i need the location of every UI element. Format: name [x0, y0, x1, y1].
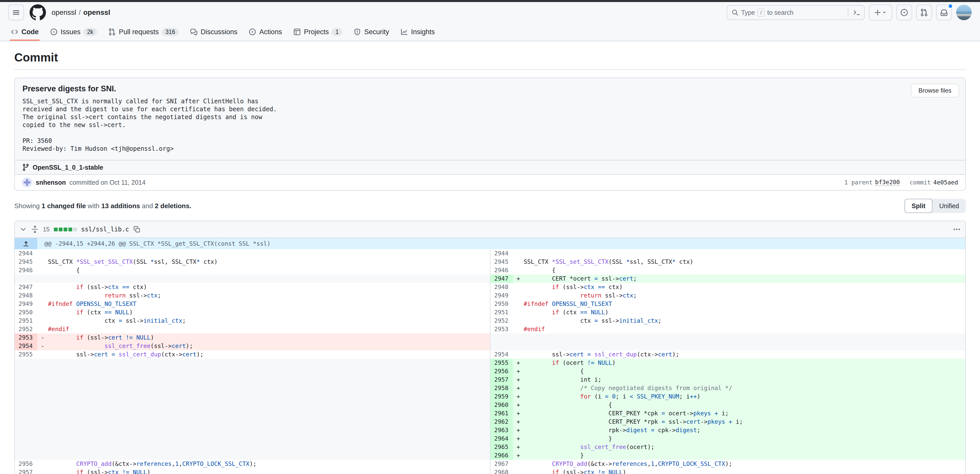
- line-number[interactable]: 2946: [490, 266, 513, 275]
- breadcrumb-owner[interactable]: openssl: [52, 8, 76, 17]
- diff-line: 2958+ /* Copy negotiated digests from or…: [490, 384, 965, 392]
- line-number[interactable]: 2945: [15, 258, 37, 266]
- file-changes-count: 15: [43, 226, 50, 233]
- line-number[interactable]: 2958: [490, 384, 513, 392]
- expand-up-icon: [22, 240, 30, 247]
- issues-dashboard-button[interactable]: [896, 5, 912, 21]
- tab-pull-requests[interactable]: Pull requests316: [103, 23, 183, 41]
- create-new-button[interactable]: [869, 5, 892, 21]
- line-number[interactable]: 2949: [490, 291, 513, 300]
- code-text: SSL_CTX *SSL_set_SSL_CTX(SSL *ssl, SSL_C…: [48, 258, 490, 266]
- line-number[interactable]: 2959: [490, 392, 513, 401]
- line-number[interactable]: 2956: [490, 367, 513, 375]
- breadcrumb-repo[interactable]: openssl: [83, 8, 110, 17]
- inbox-icon: [940, 8, 948, 17]
- copy-icon[interactable]: [133, 226, 140, 233]
- line-number[interactable]: 2946: [15, 266, 37, 275]
- line-number[interactable]: 2950: [15, 308, 37, 317]
- line-number[interactable]: 2950: [490, 300, 513, 308]
- code-text: if (ssl->ctx != NULL): [48, 468, 490, 474]
- notifications-button[interactable]: [936, 5, 952, 21]
- line-number[interactable]: 2957: [490, 375, 513, 384]
- tab-code[interactable]: Code: [6, 23, 43, 41]
- line-number[interactable]: 2944: [15, 249, 37, 258]
- commit-sha-info: 1 parent bf3e200 commit 4e05aed: [844, 179, 958, 186]
- line-number[interactable]: 2954: [490, 350, 513, 359]
- expand-up-button[interactable]: [15, 238, 37, 249]
- code-text: [48, 249, 490, 258]
- author-login[interactable]: snhenson: [36, 179, 66, 186]
- diff-line: 2950 if (ctx == NULL): [15, 308, 490, 317]
- code-text: [524, 249, 965, 258]
- diff-marker: [37, 359, 48, 367]
- line-number[interactable]: 2965: [490, 443, 513, 451]
- diff-marker: +: [513, 392, 524, 401]
- line-number[interactable]: 2967: [490, 460, 513, 468]
- diff-line: 2964+ }: [490, 434, 965, 443]
- kebab-icon[interactable]: [953, 226, 961, 233]
- line-number[interactable]: 2952: [15, 325, 37, 333]
- diff-marker: [37, 249, 48, 258]
- line-number[interactable]: 2947: [490, 275, 513, 283]
- github-logo[interactable]: [30, 4, 46, 21]
- line-number: [15, 426, 37, 434]
- diff-marker: [37, 392, 48, 401]
- line-number[interactable]: 2954: [15, 342, 37, 350]
- line-number[interactable]: 2951: [15, 317, 37, 325]
- tab-security[interactable]: Security: [349, 23, 394, 41]
- chevron-down-icon[interactable]: [19, 226, 27, 233]
- diff-line: 2959+ for (i = 0; i < SSL_PKEY_NUM; i++): [490, 392, 965, 401]
- file-path[interactable]: ssl/ssl_lib.c: [81, 226, 129, 233]
- commit-label: commit: [910, 179, 931, 186]
- line-number[interactable]: 2953: [15, 333, 37, 342]
- line-number[interactable]: 2948: [490, 283, 513, 291]
- browse-files-button[interactable]: Browse files: [911, 84, 959, 97]
- line-number[interactable]: 2955: [490, 359, 513, 367]
- line-number[interactable]: 2961: [490, 409, 513, 418]
- tab-insights[interactable]: Insights: [396, 23, 439, 41]
- tab-counter: 316: [162, 28, 179, 36]
- line-number: [15, 443, 37, 451]
- unified-view-button[interactable]: Unified: [932, 199, 966, 213]
- line-number[interactable]: 2944: [490, 249, 513, 258]
- user-avatar[interactable]: [956, 5, 972, 21]
- line-number[interactable]: 2952: [490, 317, 513, 325]
- hamburger-menu-button[interactable]: [8, 5, 24, 21]
- line-number[interactable]: 2953: [490, 325, 513, 333]
- search-input[interactable]: Type / to search: [727, 5, 865, 20]
- diff-line: 2953- if (ssl->cert != NULL): [15, 333, 490, 342]
- parent-sha[interactable]: bf3e200: [875, 179, 900, 186]
- line-number[interactable]: 2966: [490, 451, 513, 460]
- tab-actions[interactable]: Actions: [244, 23, 286, 41]
- line-number[interactable]: 2947: [15, 283, 37, 291]
- unfold-icon[interactable]: [31, 226, 39, 233]
- branch-name[interactable]: OpenSSL_1_0_1-stable: [33, 164, 103, 171]
- line-number[interactable]: 2945: [490, 258, 513, 266]
- discussions-icon: [190, 28, 197, 36]
- line-number[interactable]: 2960: [490, 401, 513, 409]
- line-number[interactable]: 2948: [15, 291, 37, 300]
- line-number[interactable]: 2964: [490, 434, 513, 443]
- line-number[interactable]: 2956: [15, 460, 37, 468]
- tab-label: Pull requests: [119, 28, 159, 36]
- line-number[interactable]: 2968: [490, 468, 513, 474]
- tab-projects[interactable]: Projects1: [289, 23, 347, 41]
- code-text: [48, 359, 490, 367]
- line-number[interactable]: 2957: [15, 468, 37, 474]
- diff-marker: +: [513, 384, 524, 392]
- split-view-button[interactable]: Split: [904, 199, 932, 213]
- tab-discussions[interactable]: Discussions: [185, 23, 242, 41]
- line-number[interactable]: 2955: [15, 350, 37, 359]
- line-number[interactable]: 2949: [15, 300, 37, 308]
- line-number[interactable]: 2951: [490, 308, 513, 317]
- diff-marker: [513, 468, 524, 474]
- command-palette-button[interactable]: [852, 9, 864, 16]
- window-top-strip: [0, 0, 980, 2]
- diff-line: 2945SSL_CTX *SSL_set_SSL_CTX(SSL *ssl, S…: [490, 258, 965, 266]
- tab-issues[interactable]: Issues2k: [45, 23, 102, 41]
- pull-requests-dashboard-button[interactable]: [916, 5, 932, 21]
- author-avatar[interactable]: [22, 177, 32, 188]
- code-text: {: [524, 266, 965, 275]
- line-number[interactable]: 2963: [490, 426, 513, 434]
- line-number[interactable]: 2962: [490, 418, 513, 426]
